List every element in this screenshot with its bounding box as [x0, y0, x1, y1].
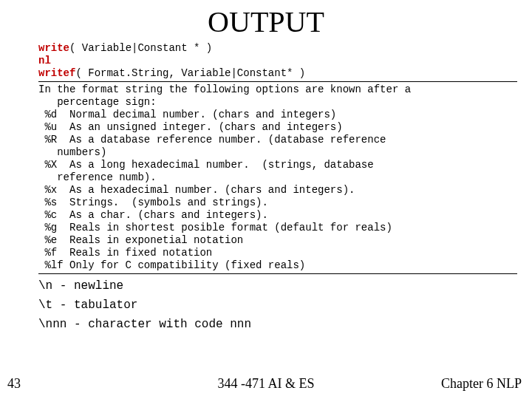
slide-content: write( Variable|Constant * ) nl writef( …	[0, 42, 532, 332]
escape-n: \n - newline	[38, 279, 517, 293]
opt-u: %u As an unsigned integer. (chars and in…	[38, 121, 517, 134]
opt-e: %e Reals in exponetial notation	[38, 234, 517, 247]
opt-X2: reference numb).	[38, 171, 517, 184]
opt-f: %f Reals in fixed notation	[38, 247, 517, 259]
escape-t: \t - tabulator	[38, 298, 517, 313]
chapter-label: Chapter 6 NLP	[441, 376, 522, 392]
writef-fn: writef	[38, 67, 75, 79]
format-intro-line2: percentage sign:	[38, 96, 517, 109]
divider-top	[38, 81, 517, 82]
writef-args: ( Format.String, Variable|Constant* )	[75, 67, 305, 79]
opt-g: %g Reals in shortest posible format (def…	[38, 222, 517, 234]
escape-nnn: \nnn - character with code nnn	[38, 317, 517, 332]
nl-signature: nl	[38, 55, 517, 67]
opt-X1: %X As a long hexadecimal number. (string…	[38, 159, 517, 171]
format-intro-line1: In the format string the following optio…	[38, 83, 517, 96]
opt-d: %d Normal decimal number. (chars and int…	[38, 109, 517, 121]
write-args: ( Variable|Constant * )	[69, 42, 212, 54]
opt-x: %x As a hexadecimal number. (chars and i…	[38, 184, 517, 197]
opt-c: %c As a char. (chars and integers).	[38, 209, 517, 222]
divider-bottom	[38, 273, 517, 274]
opt-R2: numbers)	[38, 146, 517, 159]
writef-signature: writef( Format.String, Variable|Constant…	[38, 67, 517, 80]
opt-s: %s Strings. (symbols and strings).	[38, 197, 517, 209]
slide-title: OUTPUT	[0, 4, 532, 39]
opt-lf: %lf Only for C compatibility (fixed real…	[38, 259, 517, 272]
write-signature: write( Variable|Constant * )	[38, 42, 517, 55]
opt-R1: %R As a database reference number. (data…	[38, 134, 517, 146]
write-fn: write	[38, 42, 69, 54]
